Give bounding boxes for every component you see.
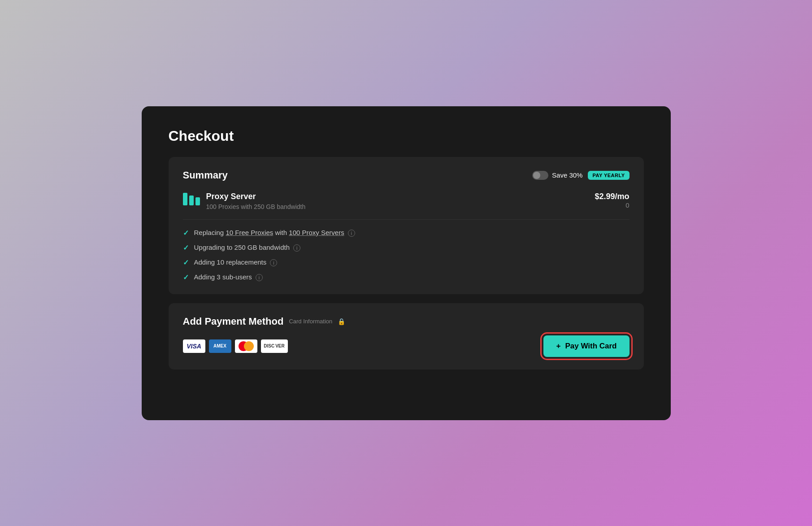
feature-item-2: ✓ Upgrading to 250 GB bandwidth i (183, 243, 630, 252)
pay-yearly-badge[interactable]: PAY YEARLY (588, 171, 629, 180)
check-icon-4: ✓ (183, 273, 189, 282)
check-icon-3: ✓ (183, 258, 189, 267)
payment-title-group: Add Payment Method Card Information 🔒 (183, 316, 346, 327)
feature-text-1: Replacing 10 Free Proxies with 100 Proxy… (194, 229, 355, 237)
save-text: Save 30% (552, 171, 582, 179)
link-free-proxies[interactable]: 10 Free Proxies (226, 229, 273, 236)
lock-icon: 🔒 (338, 318, 345, 325)
summary-title: Summary (183, 170, 228, 181)
payment-title: Add Payment Method (183, 316, 284, 327)
info-icon-2[interactable]: i (293, 244, 300, 252)
feature-item-4: ✓ Adding 3 sub-users i (183, 273, 630, 282)
link-proxy-servers[interactable]: 100 Proxy Servers (289, 229, 344, 236)
product-price: $2.99/mo 0 (595, 192, 629, 209)
product-left: Proxy Server 100 Proxies with 250 GB ban… (183, 192, 306, 210)
product-row: Proxy Server 100 Proxies with 250 GB ban… (183, 192, 630, 220)
amex-logo: AMEX (209, 339, 231, 353)
pay-with-card-label: Pay With Card (565, 342, 617, 351)
product-info: Proxy Server 100 Proxies with 250 GB ban… (206, 192, 306, 210)
feature-item-3: ✓ Adding 10 replacements i (183, 258, 630, 267)
feature-text-2: Upgrading to 250 GB bandwidth i (194, 243, 301, 252)
check-icon-2: ✓ (183, 243, 189, 252)
payment-header: Add Payment Method Card Information 🔒 (183, 316, 630, 327)
summary-card: Summary Save 30% PAY YEARLY Proxy Server (169, 157, 644, 294)
feature-item-1: ✓ Replacing 10 Free Proxies with 100 Pro… (183, 229, 630, 237)
info-icon-3[interactable]: i (270, 259, 277, 266)
product-desc: 100 Proxies with 250 GB bandwidth (206, 203, 306, 210)
feature-list: ✓ Replacing 10 Free Proxies with 100 Pro… (183, 229, 630, 282)
price-discount: 0 (595, 201, 629, 209)
plus-icon: + (556, 342, 560, 351)
feature-text-4: Adding 3 sub-users i (194, 273, 263, 281)
card-info-label: Card Information (289, 318, 332, 325)
yearly-toggle[interactable] (532, 171, 548, 180)
payment-card: Add Payment Method Card Information 🔒 VI… (169, 303, 644, 370)
page-title: Checkout (169, 128, 644, 144)
info-icon-4[interactable]: i (256, 274, 263, 281)
toggle-wrapper: Save 30% (532, 171, 582, 180)
card-logos: VISA AMEX DISCVER (183, 339, 288, 353)
pay-row: VISA AMEX DISCVER + Pay With Card (183, 335, 630, 357)
visa-logo: VISA (183, 339, 205, 353)
check-icon-1: ✓ (183, 229, 189, 237)
feature-text-3: Adding 10 replacements i (194, 258, 278, 266)
product-name: Proxy Server (206, 192, 306, 201)
info-icon-1[interactable]: i (348, 230, 355, 237)
summary-header: Summary Save 30% PAY YEARLY (183, 170, 630, 181)
proxy-server-icon (183, 193, 200, 205)
pay-with-card-button[interactable]: + Pay With Card (543, 335, 629, 357)
mastercard-logo (235, 339, 257, 353)
price-amount: $2.99/mo (595, 192, 629, 201)
discover-logo: DISCVER (261, 339, 288, 353)
summary-controls: Save 30% PAY YEARLY (532, 171, 629, 180)
checkout-window: Checkout Summary Save 30% PAY YEARLY (142, 106, 671, 420)
